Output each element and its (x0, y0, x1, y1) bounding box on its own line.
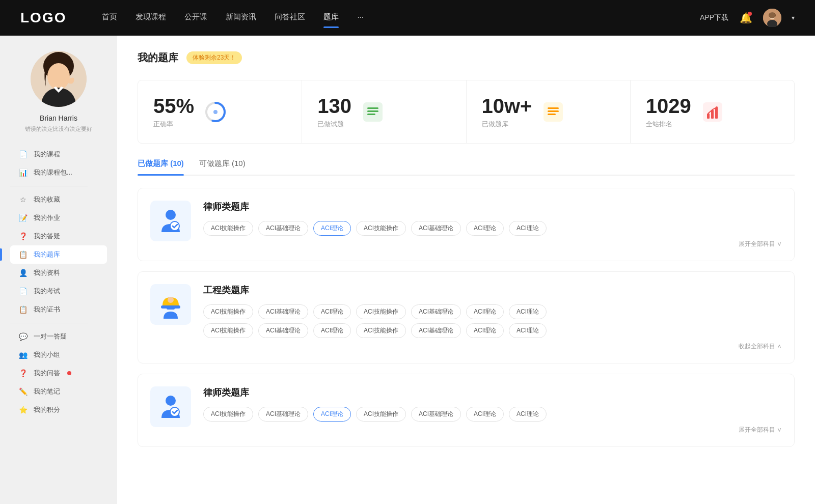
svg-rect-27 (167, 307, 175, 310)
trial-badge: 体验剩余23天！ (186, 51, 242, 64)
tab-done[interactable]: 已做题库 (10) (138, 159, 184, 175)
sidebar-item-questions[interactable]: ❓ 我的答疑 (10, 227, 107, 245)
sidebar-item-my-qa[interactable]: ❓ 我的问答 (10, 364, 107, 382)
logo: LOGO (20, 10, 66, 26)
done-banks-number: 10w+ (482, 95, 532, 118)
nav-item-bank[interactable]: 题库 (323, 12, 339, 24)
tag-2-4[interactable]: ACI技能操作 (356, 304, 406, 319)
bank-icon: 📋 (18, 250, 28, 259)
rank-number: 1029 (646, 95, 691, 118)
tags-row-3: ACI技能操作 ACI基础理论 ACI理论 ACI技能操作 ACI基础理论 AC… (203, 407, 782, 422)
expand-link-3[interactable]: 展开全部科目 ∨ (203, 426, 782, 434)
sidebar-item-packages[interactable]: 📊 我的课程包... (10, 163, 107, 182)
nav-item-more[interactable]: ··· (357, 12, 364, 24)
tabs: 已做题库 (10) 可做题库 (10) (138, 159, 795, 176)
tag-2b-4[interactable]: ACI技能操作 (356, 323, 406, 338)
accuracy-number: 55% (153, 95, 194, 118)
questions-icon: ❓ (18, 232, 28, 241)
sidebar-item-exam[interactable]: 📄 我的考试 (10, 282, 107, 300)
tab-available[interactable]: 可做题库 (10) (199, 159, 246, 175)
sidebar-item-profile[interactable]: 👤 我的资料 (10, 264, 107, 282)
tag-1-4[interactable]: ACI技能操作 (356, 221, 406, 236)
svg-rect-12 (367, 110, 378, 112)
user-motto: 错误的决定比没有决定要好 (17, 125, 100, 133)
sidebar-item-one-on-one[interactable]: 💬 一对一答疑 (10, 327, 107, 346)
sidebar-item-bank[interactable]: 📋 我的题库 (10, 245, 107, 264)
courses-icon: 📄 (18, 150, 28, 159)
svg-rect-13 (367, 114, 375, 115)
svg-rect-20 (711, 110, 714, 119)
tag-2b-5[interactable]: ACI基础理论 (411, 323, 461, 338)
nav-item-home[interactable]: 首页 (102, 12, 117, 24)
nav-item-qa[interactable]: 问答社区 (275, 12, 305, 24)
notes-icon: ✏️ (18, 387, 28, 396)
sidebar-label-bank: 我的题库 (34, 250, 60, 259)
nav-links: 首页 发现课程 公开课 新闻资讯 问答社区 题库 ··· (102, 12, 680, 24)
tags-row-1: ACI技能操作 ACI基础理论 ACI理论 ACI技能操作 ACI基础理论 AC… (203, 221, 782, 236)
sidebar-item-favorites[interactable]: ☆ 我的收藏 (10, 190, 107, 209)
nav-item-discover[interactable]: 发现课程 (135, 12, 166, 24)
tag-2-6[interactable]: ACI理论 (466, 304, 504, 319)
tag-2-3[interactable]: ACI理论 (313, 304, 351, 319)
user-menu-chevron[interactable]: ▾ (792, 14, 795, 21)
rank-icon (701, 101, 724, 123)
tag-3-2[interactable]: ACI基础理论 (258, 407, 308, 422)
svg-point-23 (166, 210, 176, 220)
sidebar-item-points[interactable]: ⭐ 我的积分 (10, 401, 107, 419)
expand-link-1[interactable]: 展开全部科目 ∨ (203, 240, 782, 248)
tag-3-5[interactable]: ACI基础理论 (411, 407, 461, 422)
tag-3-7[interactable]: ACI理论 (509, 407, 547, 422)
divider-2 (10, 323, 88, 323)
tag-1-1[interactable]: ACI技能操作 (203, 221, 253, 236)
tag-2-1[interactable]: ACI技能操作 (203, 304, 253, 319)
svg-point-22 (716, 106, 718, 108)
group-icon: 👥 (18, 350, 28, 359)
notification-bell[interactable]: 🔔 (739, 11, 753, 25)
tag-1-5[interactable]: ACI基础理论 (411, 221, 461, 236)
tag-2-5[interactable]: ACI基础理论 (411, 304, 461, 319)
tag-2b-3[interactable]: ACI理论 (313, 323, 351, 338)
tag-2b-6[interactable]: ACI理论 (466, 323, 504, 338)
tag-3-3[interactable]: ACI理论 (313, 407, 351, 422)
sidebar-item-courses[interactable]: 📄 我的课程 (10, 145, 107, 163)
svg-point-25 (171, 222, 179, 230)
stat-value-rank: 1029 全站排名 (646, 95, 691, 129)
tag-1-2[interactable]: ACI基础理论 (258, 221, 308, 236)
exam-icon: 📄 (18, 287, 28, 296)
tag-3-4[interactable]: ACI技能操作 (356, 407, 406, 422)
engineer-icon (150, 284, 191, 325)
profile-avatar (31, 51, 87, 107)
svg-rect-21 (715, 107, 718, 119)
sidebar-item-certificate[interactable]: 📋 我的证书 (10, 300, 107, 319)
tag-1-6[interactable]: ACI理论 (466, 221, 504, 236)
nav-item-news[interactable]: 新闻资讯 (226, 12, 256, 24)
tag-2b-1[interactable]: ACI技能操作 (203, 323, 253, 338)
sidebar-item-notes[interactable]: ✏️ 我的笔记 (10, 382, 107, 401)
sidebar-item-homework[interactable]: 📝 我的作业 (10, 209, 107, 227)
sidebar-label-homework: 我的作业 (34, 213, 60, 222)
tag-2b-2[interactable]: ACI基础理论 (258, 323, 308, 338)
stat-value-accuracy: 55% 正确率 (153, 95, 194, 129)
avatar[interactable] (763, 9, 781, 27)
one-on-one-icon: 💬 (18, 332, 28, 341)
navbar: LOGO 首页 发现课程 公开课 新闻资讯 问答社区 题库 ··· APP下载 … (0, 0, 815, 36)
profile-icon: 👤 (18, 268, 28, 277)
sidebar-label-questions: 我的答疑 (34, 232, 60, 241)
bank-card-3: 律师类题库 ACI技能操作 ACI基础理论 ACI理论 ACI技能操作 ACI基… (138, 374, 795, 447)
tag-3-6[interactable]: ACI理论 (466, 407, 504, 422)
tag-1-3[interactable]: ACI理论 (313, 221, 351, 236)
bank-title-3: 律师类题库 (203, 386, 782, 399)
tags-row-2b: ACI技能操作 ACI基础理论 ACI理论 ACI技能操作 ACI基础理论 AC… (203, 323, 782, 338)
nav-item-open[interactable]: 公开课 (184, 12, 207, 24)
points-icon: ⭐ (18, 405, 28, 414)
tag-3-1[interactable]: ACI技能操作 (203, 407, 253, 422)
sidebar-item-group[interactable]: 👥 我的小组 (10, 346, 107, 364)
tag-1-7[interactable]: ACI理论 (509, 221, 547, 236)
svg-rect-11 (367, 107, 378, 109)
tag-2-2[interactable]: ACI基础理论 (258, 304, 308, 319)
app-download-button[interactable]: APP下载 (700, 13, 728, 22)
user-name: Brian Harris (40, 114, 77, 122)
tag-2b-7[interactable]: ACI理论 (509, 323, 547, 338)
collapse-link-2[interactable]: 收起全部科目 ∧ (203, 342, 782, 351)
tag-2-7[interactable]: ACI理论 (509, 304, 547, 319)
